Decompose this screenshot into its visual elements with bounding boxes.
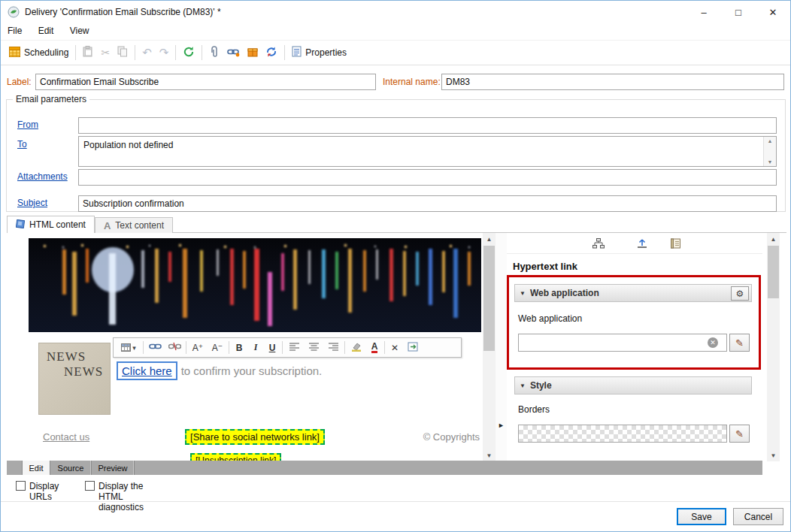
display-diagnostics-checkbox[interactable] — [85, 481, 95, 491]
unlink-button[interactable] — [165, 340, 184, 355]
to-field[interactable]: Population not defined ▲ ▼ — [78, 136, 777, 167]
click-here-link[interactable]: Click here — [122, 364, 172, 377]
insert-link-button[interactable] — [145, 340, 165, 355]
panel-scrollbar[interactable]: ▲ ▼ — [767, 233, 780, 461]
font-increase-icon: A⁺ — [192, 343, 203, 353]
cut-button[interactable]: ✂ — [97, 43, 114, 62]
font-decrease-button[interactable]: A⁻ — [208, 340, 227, 355]
main-toolbar: Scheduling ✂ ↶ ↷ — [1, 40, 790, 65]
to-scrollbar[interactable]: ▲ ▼ — [763, 137, 776, 166]
sync-button[interactable] — [262, 43, 281, 62]
calendar-icon — [9, 47, 20, 59]
from-input[interactable] — [78, 117, 777, 134]
contact-us-link[interactable]: Contact us — [43, 431, 89, 443]
scrollbar-thumb[interactable] — [768, 246, 779, 298]
close-button[interactable]: ✕ — [756, 1, 790, 23]
paste-button[interactable] — [79, 43, 97, 62]
table-menu-button[interactable]: ▾ — [116, 340, 141, 355]
scroll-down-icon[interactable]: ▼ — [768, 159, 773, 165]
tab-preview[interactable]: Preview — [92, 461, 135, 475]
save-button[interactable]: Save — [677, 508, 726, 525]
edit-borders-button[interactable]: ✎ — [729, 425, 750, 443]
refresh-button[interactable] — [179, 43, 199, 62]
window-controls: – □ ✕ — [686, 1, 790, 23]
borders-label: Borders — [518, 404, 550, 415]
minimize-button[interactable]: – — [686, 1, 721, 23]
email-hero-image — [29, 238, 481, 332]
scroll-up-icon[interactable]: ▲ — [767, 233, 780, 245]
table-icon — [121, 343, 131, 352]
attachments-link[interactable]: Attachments — [17, 171, 68, 182]
link-properties-panel: Hypertext link ▼ Web application ⚙ Web a… — [507, 233, 762, 461]
align-center-button[interactable] — [304, 340, 323, 355]
clear-field-icon[interactable]: ✕ — [708, 337, 718, 348]
label-input[interactable] — [35, 74, 376, 90]
properties-button[interactable]: Properties — [288, 43, 350, 62]
scroll-down-icon[interactable]: ▼ — [483, 449, 496, 461]
copy-button[interactable] — [114, 43, 132, 62]
web-application-settings-button[interactable]: ⚙ — [731, 286, 749, 301]
attachments-input[interactable] — [78, 169, 777, 186]
insert-link-button[interactable] — [223, 43, 244, 62]
package-button[interactable] — [244, 43, 262, 62]
maximize-button[interactable]: □ — [721, 1, 756, 23]
scheduling-button[interactable]: Scheduling — [5, 43, 72, 62]
web-application-section-header[interactable]: ▼ Web application ⚙ — [514, 284, 752, 302]
scrollbar-thumb[interactable] — [483, 246, 495, 351]
display-urls-checkbox[interactable] — [16, 481, 26, 491]
from-link[interactable]: From — [17, 119, 38, 130]
undo-icon: ↶ — [142, 46, 152, 59]
insert-block-button[interactable] — [403, 340, 423, 355]
to-link[interactable]: To — [17, 139, 27, 150]
selected-link-box[interactable]: Click here — [117, 361, 177, 380]
align-right-button[interactable] — [323, 340, 343, 355]
align-left-icon — [289, 343, 299, 353]
package-icon — [247, 47, 258, 59]
scroll-down-icon[interactable]: ▼ — [767, 449, 780, 461]
borders-value-field[interactable] — [518, 425, 727, 443]
scroll-up-icon[interactable]: ▲ — [768, 138, 773, 144]
html-content-icon — [16, 219, 25, 231]
font-increase-button[interactable]: A⁺ — [188, 340, 208, 355]
internal-name-input[interactable] — [441, 74, 784, 90]
remove-format-button[interactable]: ✕ — [386, 340, 403, 355]
pane-splitter[interactable]: ► — [496, 233, 507, 461]
title-bar: Delivery 'Confirmation Email Subscribe (… — [1, 1, 790, 23]
italic-button[interactable]: I — [247, 340, 264, 355]
cancel-button[interactable]: Cancel — [733, 508, 783, 525]
refresh-icon — [183, 46, 195, 60]
import-icon[interactable] — [632, 236, 652, 251]
font-color-button[interactable]: A — [366, 340, 383, 355]
attachment-button[interactable] — [205, 43, 223, 62]
gear-icon: ⚙ — [736, 289, 744, 299]
subject-input[interactable] — [78, 195, 777, 212]
preview-scrollbar[interactable]: ▲ ▼ — [483, 233, 496, 461]
tab-html-content[interactable]: HTML content — [7, 216, 95, 233]
email-preview-pane[interactable]: NEWS NEWS ▾ A⁺ A⁻ B — [7, 233, 483, 461]
web-application-input[interactable] — [518, 334, 727, 352]
font-decrease-icon: A⁻ — [212, 343, 223, 353]
caret-down-icon: ▾ — [132, 344, 136, 352]
edit-web-application-button[interactable]: ✎ — [729, 334, 750, 352]
undo-button[interactable]: ↶ — [138, 43, 156, 62]
menu-file[interactable]: File — [1, 23, 29, 40]
style-section-header[interactable]: ▼ Style — [514, 376, 752, 394]
book-icon[interactable] — [665, 236, 685, 251]
redo-button[interactable]: ↷ — [156, 43, 173, 62]
menu-edit[interactable]: Edit — [32, 23, 61, 40]
subject-link[interactable]: Subject — [17, 198, 47, 208]
share-social-link[interactable]: [Share to social networks link] — [185, 429, 325, 445]
font-color-icon: A — [371, 342, 378, 353]
tab-source[interactable]: Source — [50, 461, 92, 475]
toolbar-separator — [284, 45, 285, 60]
sitemap-icon[interactable] — [589, 236, 608, 251]
scroll-up-icon[interactable]: ▲ — [483, 233, 496, 245]
align-left-button[interactable] — [284, 340, 304, 355]
tab-edit[interactable]: Edit — [22, 461, 50, 475]
underline-button[interactable]: U — [264, 340, 280, 355]
expand-panel-button[interactable]: ► — [497, 417, 505, 434]
background-color-button[interactable] — [347, 340, 366, 355]
bold-button[interactable]: B — [231, 340, 247, 355]
tab-text-content[interactable]: A Text content — [95, 217, 173, 233]
menu-view[interactable]: View — [63, 23, 96, 40]
